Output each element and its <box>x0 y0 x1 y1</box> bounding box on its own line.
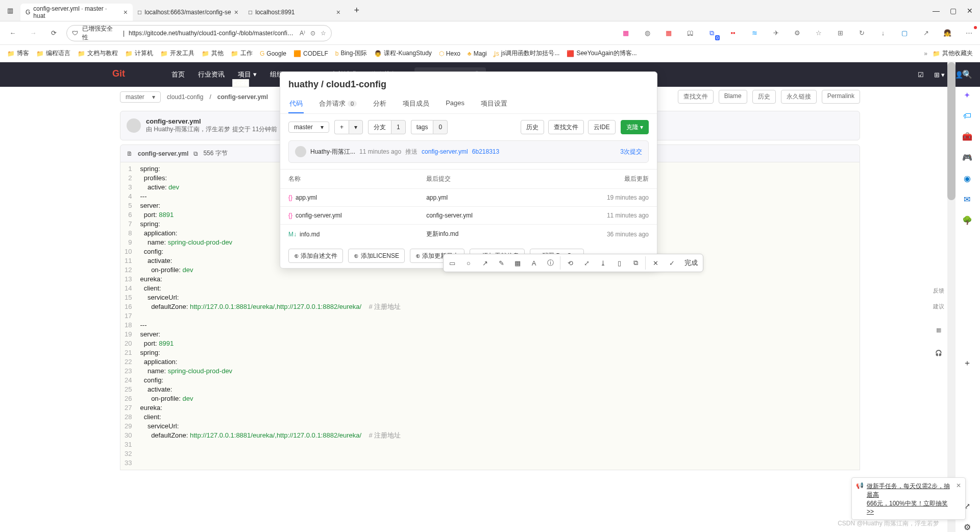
repo-tab[interactable]: Pages <box>445 95 465 113</box>
performance-icon[interactable]: ⚙ <box>791 27 803 39</box>
commit-user[interactable]: Huathy-雨落江... <box>310 148 355 156</box>
file-name[interactable]: info.md <box>300 231 320 238</box>
forward-button[interactable]: → <box>26 26 41 41</box>
file-name[interactable]: app.yml <box>296 194 317 201</box>
crumb-button[interactable]: Blame <box>719 90 747 104</box>
popup-branch-select[interactable]: master▾ <box>288 122 329 133</box>
bookmark-item[interactable]: ʝsjs调用函数时加括号... <box>492 49 562 58</box>
bookmark-item[interactable]: ⬡Hexo <box>437 50 462 57</box>
shot-tool-icon[interactable]: A <box>527 256 541 270</box>
feedback-buttons[interactable]: 反馈建议 ▩ 🎧 <box>933 287 944 356</box>
tab-actions-icon[interactable]: ▥ <box>0 7 20 14</box>
shot-tool-icon[interactable]: ✎ <box>495 256 508 270</box>
file-last-commit[interactable]: 更新info.md <box>418 225 542 244</box>
side-settings-icon[interactable]: ⚙ <box>964 522 971 532</box>
close-window-button[interactable]: ✕ <box>967 7 973 15</box>
bookmark-item[interactable]: 🟧CODELF <box>291 50 330 57</box>
side-discover-icon[interactable]: ✦ <box>964 90 970 100</box>
reading-list-icon[interactable]: 🕮 <box>684 27 696 39</box>
shot-tool-icon[interactable]: ▭ <box>446 256 459 270</box>
tab-close-icon[interactable]: × <box>124 8 128 16</box>
file-last-commit[interactable]: config-server.yml <box>418 207 542 225</box>
crumb-button[interactable]: 查找文件 <box>678 90 714 104</box>
tab-close-icon[interactable]: × <box>234 8 238 16</box>
tags-label[interactable]: tags <box>411 120 433 134</box>
browser-tab[interactable]: □localhost:6663/master/config-se× <box>133 4 243 21</box>
file-name[interactable]: config-server.yml <box>296 212 342 219</box>
ext-icon-5[interactable]: ≋ <box>748 27 761 39</box>
copy-name-icon[interactable]: ⧉ <box>193 150 198 157</box>
repo-tab[interactable]: 分析 <box>372 95 387 113</box>
minimize-button[interactable]: — <box>933 7 940 15</box>
browser-tab[interactable]: □localhost:8991× <box>243 4 346 21</box>
bookmark-item[interactable]: 📁其他 <box>200 49 226 58</box>
side-search-icon[interactable]: 🔍 <box>962 69 972 79</box>
promo-line2[interactable]: 666元，100%中奖！立即抽奖 >> <box>867 500 948 515</box>
table-row[interactable]: {}app.ymlapp.yml19 minutes ago <box>280 189 657 207</box>
crumb-button[interactable]: 永久链接 <box>781 90 817 104</box>
clone-button[interactable]: 克隆 ▾ <box>621 120 649 134</box>
shot-tool-icon[interactable]: ⤢ <box>580 256 593 270</box>
repo-tab[interactable]: 项目设置 <box>480 95 508 113</box>
new-tab-button[interactable]: + <box>350 4 364 18</box>
add-dropdown[interactable]: ▾ <box>349 120 363 134</box>
shot-tool-icon[interactable]: ○ <box>462 256 475 270</box>
crumb-button[interactable]: Permalink <box>822 90 860 104</box>
shot-tool-icon[interactable]: ✕ <box>649 256 662 270</box>
shot-tool-icon[interactable]: ▩ <box>511 256 524 270</box>
ext-icon-2[interactable]: ◍ <box>641 27 653 39</box>
repo-tab[interactable]: 代码 <box>288 95 304 113</box>
shot-tool-icon[interactable]: ⤓ <box>596 256 609 270</box>
bookmark-item[interactable]: 📁开发工具 <box>158 49 197 58</box>
side-shopping-icon[interactable]: 🏷 <box>963 111 971 120</box>
shot-tool-icon[interactable]: ↗ <box>478 256 492 270</box>
back-button[interactable]: ← <box>5 26 20 41</box>
favorite-icon[interactable]: ☆ <box>321 30 326 37</box>
url-box[interactable]: 🛡 已增强安全性 | https://gitcode.net/huathy/cl… <box>66 25 332 41</box>
screenshot-toolbar[interactable]: ▭○↗✎▩Aⓘ⟲⤢⤓▯⧉✕✓完成 <box>443 254 703 272</box>
branch-count-label[interactable]: 分支 <box>368 120 391 134</box>
repo-button[interactable]: 历史 <box>521 120 544 134</box>
repo-button[interactable]: 云IDE <box>588 120 616 134</box>
ext-icon-6[interactable]: ✈ <box>770 27 782 39</box>
repo-button[interactable]: 查找文件 <box>548 120 584 134</box>
vertical-scrollbar[interactable] <box>947 62 955 532</box>
side-games-icon[interactable]: 🎮 <box>962 153 972 162</box>
table-row[interactable]: {}config-server.ymlconfig-server.yml11 m… <box>280 207 657 225</box>
bookmark-item[interactable]: 📁博客 <box>5 49 31 58</box>
side-tools-icon[interactable]: 🧰 <box>962 132 972 141</box>
shot-tool-icon[interactable]: ✓ <box>665 256 678 270</box>
bookmark-item[interactable]: 📁其他收藏夹 <box>930 49 975 58</box>
repo-tab[interactable]: 合并请求0 <box>318 95 358 113</box>
profile-avatar[interactable]: 👧 <box>941 27 953 39</box>
tab-close-icon[interactable]: × <box>336 8 340 16</box>
collections-icon[interactable]: ⊞ <box>834 27 846 39</box>
nav-action[interactable]: ⊞ ▾ <box>934 71 945 79</box>
bookmark-item[interactable]: 📁文档与教程 <box>76 49 120 58</box>
find-icon[interactable]: ⊙ <box>310 30 315 37</box>
repo-title[interactable]: huathy / cloud1-config <box>280 72 657 90</box>
bookmark-item[interactable]: 👨课程-KuangStudy <box>372 49 433 58</box>
crumb-repo[interactable]: cloud1-config <box>167 93 203 101</box>
repo-tab[interactable]: 项目成员 <box>402 95 430 113</box>
favorites-bar-icon[interactable]: ☆ <box>813 27 825 39</box>
side-office-icon[interactable]: ◉ <box>964 174 971 183</box>
quick-action[interactable]: ⊕ 添加LICENSE <box>348 249 405 263</box>
side-outlook-icon[interactable]: ✉ <box>964 195 970 204</box>
ext-icon-4[interactable]: ▪▪ <box>727 27 739 39</box>
table-row[interactable]: M↓info.md更新info.md36 minutes ago <box>280 225 657 244</box>
add-button[interactable]: + <box>334 120 349 134</box>
app-icon[interactable]: ▢ <box>898 27 911 39</box>
commit-hash[interactable]: 6b218313 <box>472 148 499 155</box>
crumb-button[interactable]: 历史 <box>752 90 776 104</box>
side-drop-icon[interactable]: 🌳 <box>962 215 972 225</box>
bookmark-item[interactable]: 🟥SeeYouAgain的博客... <box>565 49 639 58</box>
promo-close-icon[interactable]: ✕ <box>956 482 961 489</box>
promo-line1[interactable]: 做新手任务，每天仅需2步，抽最高 <box>867 482 950 498</box>
ext-badge-icon[interactable]: ⧉0 <box>705 27 718 39</box>
bookmark-item[interactable]: 📁工作 <box>229 49 255 58</box>
shot-tool-icon[interactable]: ⟲ <box>564 256 577 270</box>
side-add-icon[interactable]: ＋ <box>963 358 971 369</box>
refresh-button[interactable]: ⟳ <box>46 26 61 41</box>
read-aloud-icon[interactable]: A⁾ <box>300 30 305 37</box>
